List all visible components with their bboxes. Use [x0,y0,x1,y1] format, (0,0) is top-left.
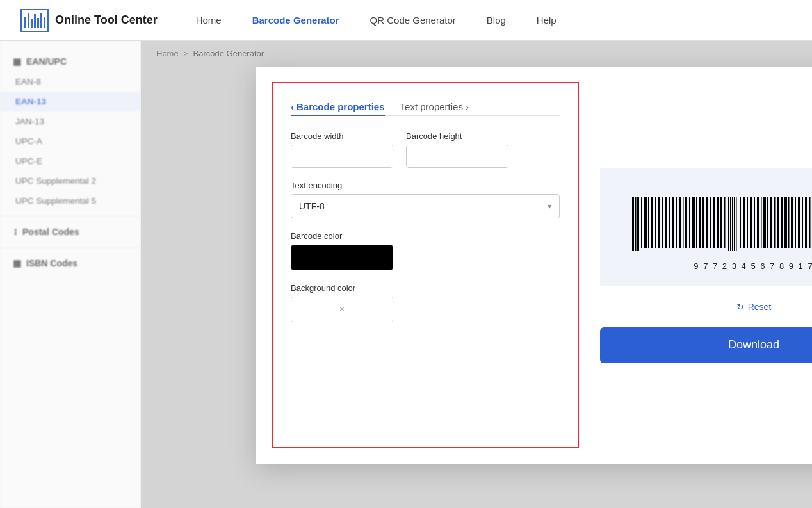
barcode-height-label: Barcode height [406,131,508,141]
text-encoding-label: Text encoding [291,181,560,190]
svg-rect-20 [699,197,701,248]
svg-rect-49 [795,197,796,248]
svg-rect-47 [788,197,790,248]
sidebar-item-ean8[interactable]: EAN-8 [0,72,140,92]
svg-rect-0 [632,197,634,251]
barcode-color-swatch[interactable] [291,245,393,270]
svg-rect-32 [736,197,737,251]
sidebar: ▦ EAN/UPC EAN-8 EAN-13 JAN-13 UPC-A UPC-… [0,41,141,508]
main-layout: ▦ EAN/UPC EAN-8 EAN-13 JAN-13 UPC-A UPC-… [0,41,812,508]
dimension-row: Barcode width 300 ▲ ▼ Barcode height [291,131,560,168]
reset-icon: ↻ [736,302,744,312]
content-area: Home > Barcode Generator × ‹ Barcode pro… [141,41,812,508]
barcode-width-input[interactable]: 300 [291,145,393,167]
sidebar-item-upc-supp2[interactable]: UPC Supplemental 2 [0,171,140,191]
nav-home[interactable]: Home [196,15,222,26]
text-encoding-group: Text encoding UTF-8 ▾ [291,181,560,218]
sidebar-item-ean13[interactable]: EAN-13 [0,92,140,111]
isbn-section-icon: ▦ [13,258,21,268]
svg-rect-38 [757,197,759,248]
background-color-label: Background color [291,283,560,293]
barcode-section-icon: ▦ [13,56,21,67]
svg-rect-4 [644,197,647,248]
svg-rect-23 [710,197,711,248]
tab-bar: ‹ Barcode properties Text properties › [291,99,560,116]
barcode-numbers: 9 7 7 2 3 4 5 6 7 8 9 1 7 [694,261,812,271]
tab-text-properties[interactable]: Text properties › [400,99,469,115]
text-encoding-select[interactable]: UTF-8 ▾ [291,194,560,218]
barcode-color-label: Barcode color [291,231,560,241]
svg-rect-12 [672,197,674,248]
svg-rect-26 [720,197,722,248]
svg-rect-7 [655,197,656,248]
svg-rect-43 [774,197,776,248]
svg-rect-6 [651,197,653,248]
svg-rect-28 [728,197,729,251]
barcode-svg [632,193,812,258]
svg-rect-25 [717,197,719,248]
svg-rect-41 [767,197,768,248]
sidebar-item-jan13[interactable]: JAN-13 [0,111,140,131]
svg-rect-3 [641,197,642,248]
svg-rect-16 [685,197,687,248]
sidebar-item-upce[interactable]: UPC-E [0,151,140,171]
svg-rect-17 [689,197,690,248]
svg-rect-36 [750,197,752,248]
reset-button[interactable]: ↻ Reset [736,302,772,312]
svg-rect-19 [696,197,697,248]
select-arrow-icon: ▾ [548,202,551,211]
text-encoding-value: UTF-8 [299,201,325,211]
svg-rect-10 [665,197,667,248]
svg-rect-34 [743,197,745,248]
svg-rect-30 [732,197,733,251]
barcode-width-label: Barcode width [291,131,393,141]
svg-rect-18 [692,197,695,248]
svg-rect-40 [763,197,766,248]
sidebar-section-postal: ⫶ Postal Codes [0,222,140,242]
svg-rect-15 [683,197,684,248]
barcode-width-group: Barcode width 300 ▲ ▼ [291,131,393,168]
svg-rect-51 [802,197,803,248]
nav-blog[interactable]: Blog [487,15,506,26]
tab-arrow-right: › [466,101,469,112]
barcode-height-input[interactable]: 100 [407,145,508,167]
sidebar-item-upca[interactable]: UPC-A [0,131,140,151]
svg-rect-48 [791,197,793,248]
nav-barcode-generator[interactable]: Barcode Generator [252,15,339,26]
svg-rect-50 [798,197,800,248]
svg-rect-9 [662,197,663,248]
barcode-width-spinner[interactable]: 300 ▲ ▼ [291,145,393,168]
svg-rect-2 [637,197,639,251]
nav-qr-code-generator[interactable]: QR Code Generator [370,15,456,26]
background-color-clear-icon: × [339,304,345,315]
svg-rect-52 [805,197,807,248]
svg-rect-13 [676,197,677,248]
tab-text-properties-label: Text properties [400,101,463,112]
barcode-height-spinner[interactable]: 100 ▲ ▼ [406,145,508,168]
logo-title: Online Tool Center [55,13,158,27]
svg-rect-22 [706,197,708,248]
svg-rect-53 [809,197,811,248]
nav-help[interactable]: Help [537,15,556,26]
postal-section-icon: ⫶ [13,227,17,237]
tab-barcode-properties[interactable]: ‹ Barcode properties [291,99,385,116]
svg-rect-27 [724,197,726,248]
tab-barcode-properties-label: Barcode properties [296,101,385,112]
properties-panel: ‹ Barcode properties Text properties › B… [272,82,579,448]
svg-rect-24 [713,197,715,248]
svg-rect-14 [679,197,681,248]
svg-rect-45 [781,197,783,248]
logo-area: Online Tool Center [20,9,158,32]
svg-rect-21 [702,197,704,248]
svg-rect-39 [761,197,762,248]
barcode-color-group: Barcode color [291,231,560,270]
sidebar-item-upc-supp5[interactable]: UPC Supplemental 5 [0,191,140,211]
svg-rect-1 [635,197,637,251]
sidebar-section-isbn: ▦ ISBN Codes [0,253,140,274]
logo-icon [20,9,49,32]
sidebar-divider-2 [0,247,140,248]
svg-rect-46 [784,197,787,248]
background-color-field[interactable]: × [291,297,393,322]
sidebar-section-ean-upc: ▦ EAN/UPC [0,51,140,72]
download-button[interactable]: Download [600,327,812,363]
